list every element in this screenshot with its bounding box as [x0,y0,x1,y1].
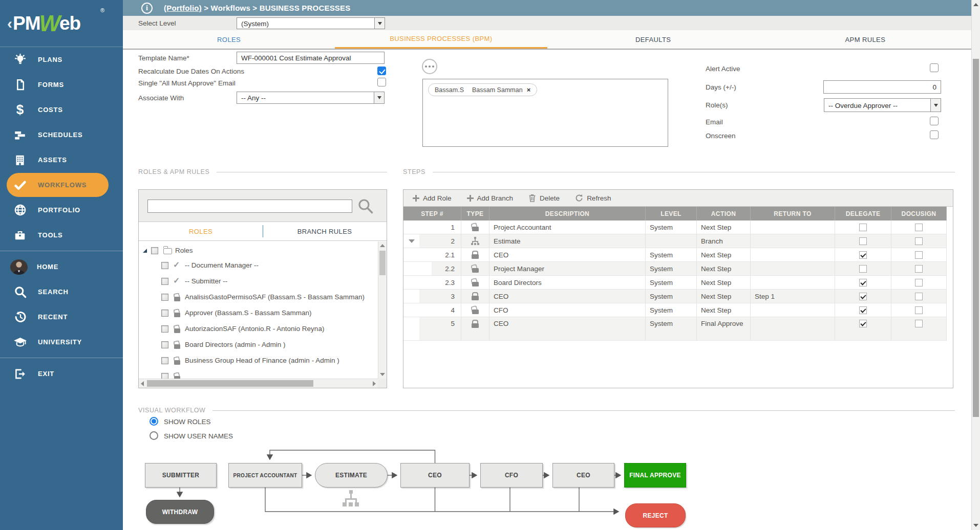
tree-checkbox[interactable] [161,373,168,379]
table-row[interactable]: 4 CFO System Next Step [403,303,947,317]
scroll-down-icon[interactable] [973,524,978,527]
docusign-checkbox[interactable] [915,306,923,314]
delegate-checkbox[interactable] [859,224,867,231]
scrollbar-thumb[interactable] [379,251,386,275]
tree-checkbox[interactable] [161,357,168,364]
table-row[interactable]: 2.2 Project Manager System Next Step [403,262,947,276]
dropdown-button[interactable] [374,18,385,29]
remove-tag-icon[interactable]: × [527,86,531,94]
sidebar-item-workflows[interactable]: WORKFLOWS [7,173,109,197]
search-icon[interactable] [357,197,374,217]
docusign-checkbox[interactable] [915,265,923,273]
delegate-checkbox[interactable] [859,265,867,273]
docusign-checkbox[interactable] [915,279,923,286]
lookup-ellipsis-button[interactable] [422,59,437,74]
delegate-checkbox[interactable] [859,279,867,286]
sidebar-item-costs[interactable]: $ COSTS [0,97,123,122]
scroll-down-icon[interactable] [380,373,385,376]
table-row[interactable]: 1 Project Accountant System Next Step [403,220,947,234]
collapse-row-icon[interactable] [409,239,415,243]
scrollbar-thumb[interactable] [973,59,979,417]
tree-item[interactable]: Approver (Bassam.S - Bassam Samman) [139,305,378,321]
docusign-checkbox[interactable] [915,320,923,327]
refresh-button[interactable]: Refresh [575,194,611,202]
sidebar-item-plans[interactable]: PLANS [0,47,123,72]
sidebar-item-forms[interactable]: FORMS [0,72,123,97]
associate-with-dropdown[interactable]: -- Any -- [237,92,385,104]
tree-horizontal-scrollbar[interactable] [139,379,378,388]
tab-roles[interactable]: ROLES [123,30,335,49]
delegate-checkbox[interactable] [859,306,867,314]
template-name-input[interactable] [237,52,385,64]
add-role-button[interactable]: Add Role [413,194,452,202]
delegate-checkbox[interactable] [859,251,867,259]
tree-checkbox[interactable] [151,247,158,254]
tree-checkbox[interactable] [161,278,168,285]
sidebar-collapse-icon[interactable]: ‹ [7,15,12,32]
tab-defaults[interactable]: DEFAULTS [547,30,759,49]
tree-root-row[interactable]: Roles [139,241,378,257]
sidebar-item-search[interactable]: SEARCH [0,279,123,304]
tree-item[interactable]: AutorizacionSAF (Antonio.R - Antonio Rey… [139,321,378,337]
sidebar-item-tools[interactable]: TOOLS [0,223,123,248]
table-row[interactable]: 3 CEO System Next Step Step 1 [403,290,947,303]
tab-business-processes[interactable]: BUSINESS PROCESSES (BPM) [335,30,547,49]
breadcrumb-portfolio-link[interactable]: (Portfolio) [164,4,202,12]
scrollbar-thumb[interactable] [147,380,313,387]
days-input[interactable] [823,80,941,94]
select-level-dropdown[interactable]: (System) [237,17,385,29]
scroll-up-icon[interactable] [380,244,385,247]
onscreen-checkbox[interactable] [930,130,939,139]
tab-roles-inner[interactable]: ROLES [139,222,263,240]
delegate-checkbox[interactable] [859,237,867,245]
info-icon[interactable]: i [141,3,153,14]
delete-button[interactable]: Delete [528,194,560,202]
tab-apm-rules[interactable]: APM RULES [759,30,971,49]
docusign-checkbox[interactable] [915,293,923,300]
tree-item[interactable]: Board Directors (admin - Admin ) [139,337,378,352]
tree-checkbox[interactable] [161,310,168,317]
email-checkbox[interactable] [930,117,939,125]
sidebar-item-home[interactable]: HOME [0,254,123,279]
table-row[interactable]: 2.1 CEO System Next Step [403,248,947,262]
sidebar-item-assets[interactable]: ASSETS [0,147,123,172]
tree-item[interactable]: Business Group Head of Finance (admin - … [139,352,378,368]
tree-item[interactable]: -- Submitter -- [139,273,378,289]
tree-checkbox[interactable] [161,341,168,348]
sidebar-item-exit[interactable]: EXIT [0,361,123,386]
show-roles-radio[interactable] [150,417,158,426]
delegate-checkbox[interactable] [859,293,867,300]
sidebar-item-portfolio[interactable]: PORTFOLIO [0,197,123,223]
tab-branch-rules[interactable]: BRANCH RULES [263,222,387,240]
scroll-left-icon[interactable] [141,381,144,386]
sidebar-item-university[interactable]: UNIVERSITY [0,329,123,355]
tree-item[interactable]: -- Document Manager -- [139,257,378,273]
scroll-right-icon[interactable] [373,381,376,386]
delegate-checkbox[interactable] [859,320,867,327]
table-row[interactable]: 5 CEO System Final Approve [403,317,947,341]
add-branch-button[interactable]: Add Branch [467,194,514,202]
table-row[interactable]: 2 Estimate Branch [403,234,947,248]
docusign-checkbox[interactable] [915,237,923,245]
roles-dropdown[interactable]: -- Overdue Approver -- [824,98,941,112]
tree-checkbox[interactable] [161,262,168,269]
collapse-icon[interactable] [143,248,149,254]
pmweb-logo[interactable]: ‹PMWeb ® [0,0,123,47]
roles-search-input[interactable] [147,200,352,213]
show-user-names-radio[interactable] [150,431,158,440]
recalc-due-dates-checkbox[interactable] [377,67,386,75]
docusign-checkbox[interactable] [915,224,923,231]
scroll-up-icon[interactable] [973,3,978,6]
tree-checkbox[interactable] [161,294,168,301]
docusign-checkbox[interactable] [915,251,923,259]
tree-vertical-scrollbar[interactable] [378,241,387,379]
alert-active-checkbox[interactable] [930,63,939,72]
tree-item[interactable]: AnalisisGastoPermisoSAF (Bassam.S - Bass… [139,289,378,305]
dropdown-button[interactable] [930,99,941,112]
tree-item[interactable] [139,368,378,379]
table-row[interactable]: 2.3 Board Directors System Next Step [403,276,947,290]
single-email-checkbox[interactable] [377,78,386,86]
sidebar-item-recent[interactable]: RECENT [0,304,123,329]
dropdown-button[interactable] [374,92,384,103]
page-scrollbar[interactable] [971,0,980,530]
